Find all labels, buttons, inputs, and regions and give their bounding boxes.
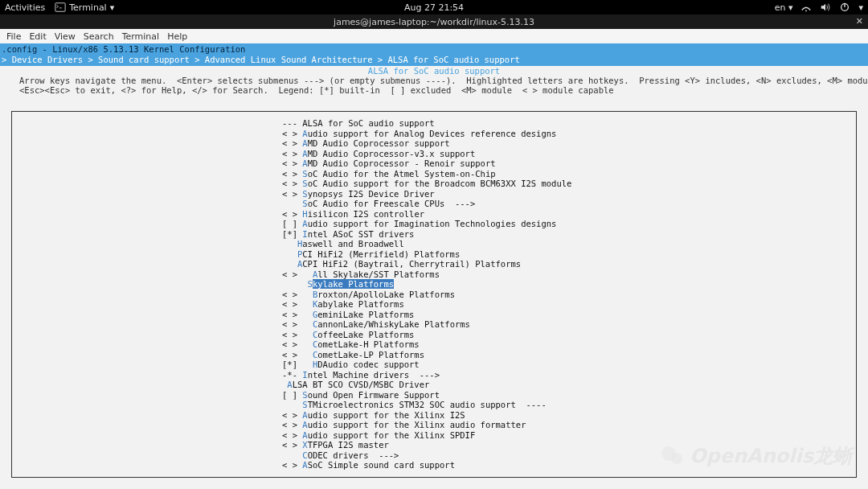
option-row[interactable]: < > AMD Audio Coprocessor - Renoir suppo…: [17, 158, 851, 169]
svg-point-1: [806, 10, 808, 12]
menu-search[interactable]: Search: [84, 31, 114, 42]
menu-file[interactable]: File: [6, 31, 21, 42]
power-icon[interactable]: [839, 2, 850, 13]
option-row[interactable]: < > CometLake-H Platforms: [17, 339, 851, 350]
option-row[interactable]: [ ] Audio support for Imagination Techno…: [17, 219, 851, 229]
help-line-1: Arrow keys navigate the menu. <Enter> se…: [3, 76, 865, 85]
menu-view[interactable]: View: [55, 31, 76, 42]
chevron-down-icon: ▾: [110, 2, 115, 13]
option-row[interactable]: Haswell and Broadwell: [17, 239, 851, 249]
option-row[interactable]: < > Audio support for the Xilinx SPDIF: [17, 430, 851, 441]
menu-terminal[interactable]: Terminal: [122, 31, 160, 42]
window-titlebar: james@james-laptop:~/workdir/linux-5.13.…: [0, 14, 868, 29]
option-row[interactable]: < > Hisilicon I2S controller: [17, 209, 851, 220]
help-line-2: <Esc><Esc> to exit, <?> for Help, </> fo…: [3, 85, 865, 95]
option-row[interactable]: [ ] Sound Open Firmware Support: [17, 390, 851, 401]
option-row[interactable]: < > All Skylake/SST Platforms: [17, 269, 851, 280]
option-row[interactable]: < > AMD Audio Coprocessor-v3.x support: [17, 149, 851, 159]
network-icon[interactable]: [800, 2, 812, 13]
close-icon[interactable]: ✕: [856, 16, 863, 27]
option-row[interactable]: < > Audio support for the Xilinx I2S: [17, 410, 851, 421]
terminal-icon: [55, 2, 66, 13]
menuconfig-body: ALSA for SoC audio support Arrow keys na…: [0, 66, 868, 489]
option-row[interactable]: < > SoC Audio for the Atmel System-on-Ch…: [17, 169, 851, 179]
option-row[interactable]: < > GeminiLake Platforms: [17, 310, 851, 320]
option-row[interactable]: < > Kabylake Platforms: [17, 299, 851, 310]
option-row[interactable]: [*] HDAudio codec support: [17, 360, 851, 370]
option-row[interactable]: < > Broxton/ApolloLake Platforms: [17, 290, 851, 300]
clock[interactable]: Aug 27 21:54: [404, 2, 464, 13]
terminal-area[interactable]: .config - Linux/x86 5.13.13 Kernel Confi…: [0, 43, 868, 489]
option-row[interactable]: ALSA BT SCO CVSD/MSBC Driver: [17, 380, 851, 390]
option-row[interactable]: < > AMD Audio Coprocessor support: [17, 138, 851, 149]
menuconfig-header: .config - Linux/x86 5.13.13 Kernel Confi…: [0, 43, 868, 66]
option-row[interactable]: ACPI HiFi2 (Baytrail, Cherrytrail) Platf…: [17, 259, 851, 269]
app-menu-label: Terminal: [69, 2, 107, 13]
option-row[interactable]: --- ALSA for SoC audio support: [17, 118, 851, 129]
option-row[interactable]: < > XTFPGA I2S master: [17, 440, 851, 450]
activities-button[interactable]: Activities: [5, 2, 45, 13]
terminal-menubar: File Edit View Search Terminal Help: [0, 29, 868, 43]
window-title: james@james-laptop:~/workdir/linux-5.13.…: [334, 17, 534, 27]
option-row[interactable]: < > Audio support for the Xilinx audio f…: [17, 420, 851, 430]
box-title: ALSA for SoC audio support: [3, 66, 865, 76]
option-row[interactable]: < > Synopsys I2S Device Driver: [17, 189, 851, 199]
option-row[interactable]: < > CoffeeLake Platforms: [17, 330, 851, 340]
menu-edit[interactable]: Edit: [29, 31, 46, 42]
input-lang[interactable]: en ▾: [775, 2, 793, 13]
option-row[interactable]: Skylake Platforms: [17, 279, 851, 290]
options-box: --- ALSA for SoC audio support< > Audio …: [11, 111, 857, 478]
option-row[interactable]: -*- Intel Machine drivers --->: [17, 370, 851, 380]
option-row[interactable]: PCI HiFi2 (Merrifield) Platforms: [17, 249, 851, 260]
svg-rect-0: [55, 3, 65, 12]
menu-help[interactable]: Help: [167, 31, 187, 42]
option-row[interactable]: < > CannonLake/WhiskyLake Platforms: [17, 319, 851, 330]
option-row[interactable]: SoC Audio for Freescale CPUs --->: [17, 199, 851, 209]
option-row[interactable]: CODEC drivers --->: [17, 450, 851, 461]
volume-icon[interactable]: [820, 2, 831, 13]
option-row[interactable]: < > Audio support for Analog Devices ref…: [17, 129, 851, 139]
option-row[interactable]: < > SoC Audio support for the Broadcom B…: [17, 179, 851, 189]
gnome-topbar: Activities Terminal ▾ Aug 27 21:54 en ▾ …: [0, 0, 868, 14]
option-row[interactable]: [*] Intel ASoC SST drivers: [17, 229, 851, 240]
chevron-down-icon: ▾: [858, 2, 863, 13]
button-row: <Select> < Exit > < Help > < Save > < Lo…: [3, 486, 865, 490]
app-menu[interactable]: Terminal ▾: [55, 2, 114, 13]
option-row[interactable]: STMicroelectronics STM32 SOC audio suppo…: [17, 400, 851, 410]
option-row[interactable]: < > CometLake-LP Platforms: [17, 350, 851, 360]
option-row[interactable]: < > ASoC Simple sound card support: [17, 460, 851, 471]
